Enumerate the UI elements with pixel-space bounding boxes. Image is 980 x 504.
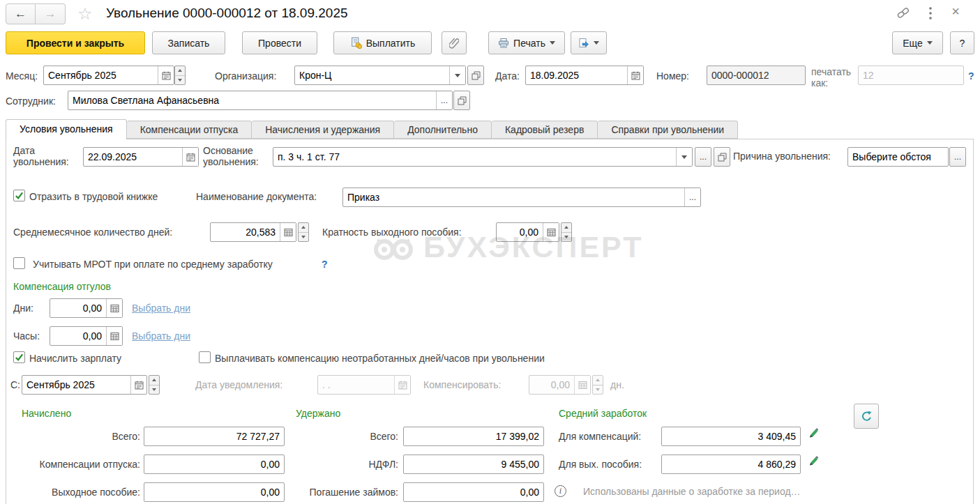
- select-days-link[interactable]: Выбрать дни: [132, 303, 190, 314]
- spin-up-button[interactable]: [561, 223, 571, 233]
- calculator-icon: [574, 376, 590, 394]
- post-button[interactable]: Провести: [242, 31, 317, 54]
- severance-multiple-input[interactable]: 0,00: [496, 222, 559, 242]
- calendar-icon[interactable]: [130, 376, 146, 394]
- calendar-icon[interactable]: [182, 148, 198, 166]
- open-form-icon: [718, 153, 727, 162]
- month-input[interactable]: Сентябрь 2025: [43, 66, 174, 85]
- withheld-loans-input[interactable]: 0,00: [403, 482, 544, 502]
- pay-unworked-checkbox[interactable]: [199, 351, 211, 363]
- calendar-icon[interactable]: [158, 66, 174, 84]
- dismissal-date-value: 22.09.2025: [84, 148, 182, 166]
- date-input[interactable]: 18.09.2025: [525, 66, 644, 85]
- basis-ellipsis-button[interactable]: ...: [695, 147, 711, 167]
- tab-dismissal-certificates[interactable]: Справки при увольнении: [598, 121, 738, 139]
- avg-for-severance-input[interactable]: 4 860,29: [661, 455, 801, 474]
- tab-personnel-reserve[interactable]: Кадровый резерв: [492, 121, 598, 139]
- favorite-star-icon[interactable]: ☆: [77, 4, 93, 24]
- calculator-icon[interactable]: [106, 299, 122, 317]
- tab-additional[interactable]: Дополнительно: [394, 121, 492, 139]
- more-dropdown-icon: [927, 41, 933, 45]
- dismissal-reason-input[interactable]: Выберите обстоя: [847, 147, 949, 167]
- avg-month-days-input[interactable]: 20,583: [210, 222, 296, 242]
- reason-ellipsis-button[interactable]: ...: [949, 147, 966, 167]
- open-form-icon: [472, 71, 481, 80]
- organization-label: Организация:: [215, 70, 276, 82]
- spin-down-button[interactable]: [175, 76, 185, 85]
- organization-open-button[interactable]: [467, 66, 484, 85]
- attachments-button[interactable]: [442, 31, 467, 54]
- number-input[interactable]: 0000-000012: [707, 66, 806, 85]
- spin-down-button[interactable]: [299, 233, 308, 242]
- spin-down-button[interactable]: [149, 385, 159, 395]
- pay-label: Выплатить: [366, 38, 416, 49]
- withheld-ndfl-input[interactable]: 9 455,00: [403, 455, 544, 474]
- spin-up-button[interactable]: [175, 66, 185, 76]
- days-input[interactable]: 0,00: [50, 298, 123, 318]
- compensate-spinner: [592, 375, 603, 395]
- spin-up-button[interactable]: [149, 376, 159, 385]
- ellipsis-button[interactable]: ...: [436, 91, 452, 109]
- days-label: Дни:: [13, 303, 33, 314]
- tab-dismissal-conditions[interactable]: Условия увольнения: [6, 119, 127, 139]
- pay-button[interactable]: Выплатить: [333, 31, 432, 54]
- save-button[interactable]: Записать: [152, 31, 225, 54]
- mrot-checkbox[interactable]: [13, 257, 25, 269]
- nav-button-group: ← →: [6, 3, 66, 24]
- basis-open-button[interactable]: [714, 147, 730, 167]
- compensate-input: 0,00: [529, 375, 591, 395]
- check-icon: [15, 353, 24, 362]
- calculator-icon[interactable]: [106, 327, 122, 345]
- print-as-input[interactable]: 12: [858, 66, 964, 85]
- tab-accruals-deductions[interactable]: Начисления и удержания: [252, 121, 394, 139]
- organization-input[interactable]: Крон-Ц: [294, 66, 466, 85]
- menu-kebab-icon[interactable]: [928, 6, 933, 20]
- edit-pencil-icon[interactable]: [808, 456, 819, 467]
- back-button[interactable]: ←: [6, 3, 36, 24]
- spin-up-button[interactable]: [299, 223, 308, 233]
- workbook-checkbox[interactable]: [13, 190, 25, 201]
- doc-name-input[interactable]: Приказ ...: [342, 188, 701, 207]
- month-label: Месяц:: [6, 70, 38, 82]
- avg-days-spinner[interactable]: [298, 222, 309, 242]
- get-link-icon[interactable]: [896, 7, 911, 19]
- edit-pencil-icon[interactable]: [808, 428, 819, 439]
- calculator-icon[interactable]: [280, 223, 296, 241]
- print-button[interactable]: Печать: [488, 31, 565, 54]
- recalculate-button[interactable]: [854, 404, 879, 429]
- select-hours-link[interactable]: Выбрать дни: [132, 330, 190, 342]
- spin-down-button[interactable]: [561, 233, 571, 242]
- dismissal-basis-value: п. 3 ч. 1 ст. 77: [273, 148, 676, 166]
- from-month-spinner[interactable]: [149, 375, 160, 395]
- send-export-button[interactable]: [571, 31, 607, 54]
- calendar-icon[interactable]: [627, 66, 643, 84]
- mrot-help-icon[interactable]: ?: [322, 259, 328, 270]
- dropdown-icon[interactable]: [676, 148, 692, 166]
- accrue-salary-checkbox[interactable]: [13, 351, 25, 363]
- employee-input[interactable]: Милова Светлана Афанасьевна ...: [68, 91, 453, 110]
- accrued-severance-label: Выходное пособие:: [6, 487, 140, 498]
- calculator-icon[interactable]: [543, 223, 559, 241]
- more-button[interactable]: Еще: [892, 31, 943, 54]
- severance-spinner[interactable]: [561, 222, 572, 242]
- withheld-total-input[interactable]: 17 399,02: [403, 427, 544, 446]
- forward-button[interactable]: →: [36, 3, 66, 24]
- close-icon[interactable]: ×: [947, 3, 965, 20]
- withheld-total-value: 17 399,02: [404, 427, 543, 445]
- avg-for-compensation-input[interactable]: 3 409,45: [661, 427, 801, 446]
- ellipsis-button[interactable]: ...: [684, 188, 700, 206]
- dropdown-icon[interactable]: [449, 66, 465, 84]
- dismissal-basis-input[interactable]: п. 3 ч. 1 ст. 77: [273, 147, 693, 167]
- from-month-input[interactable]: Сентябрь 2025: [22, 375, 147, 395]
- avg-month-days-label: Среднемесячное количество дней:: [13, 227, 172, 238]
- dismissal-date-input[interactable]: 22.09.2025: [83, 147, 199, 167]
- help-button[interactable]: ?: [950, 31, 974, 54]
- mrot-checkbox-label: Учитывать МРОТ при оплате по среднему за…: [33, 259, 273, 270]
- doc-name-label: Наименование документа:: [196, 191, 317, 202]
- employee-open-button[interactable]: [453, 91, 470, 110]
- hours-input[interactable]: 0,00: [50, 326, 123, 346]
- print-as-help-icon[interactable]: ?: [968, 70, 974, 82]
- tab-vacation-compensation[interactable]: Компенсации отпуска: [127, 121, 252, 139]
- month-spinner[interactable]: [174, 66, 186, 85]
- post-and-close-button[interactable]: Провести и закрыть: [6, 31, 145, 54]
